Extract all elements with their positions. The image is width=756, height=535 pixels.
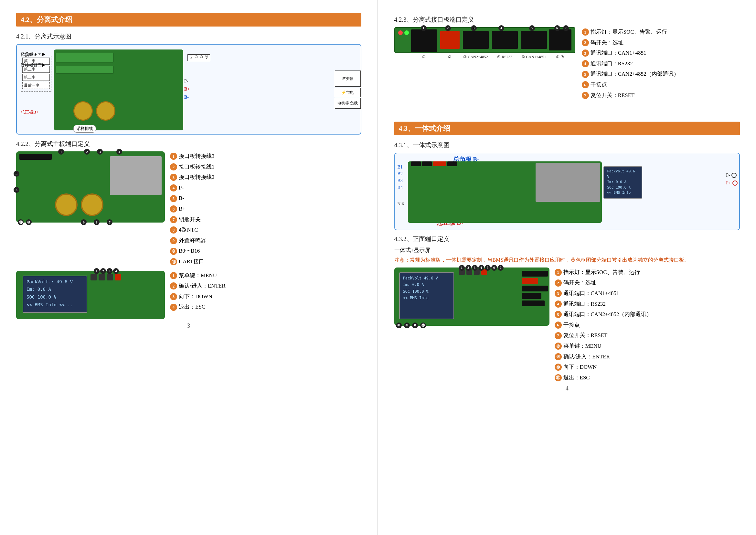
dot-3: 3 [97, 149, 103, 155]
coil-2 [96, 101, 115, 121]
sub423-content: ① ② ③ CAN2+4852 ④ RS232 ⑤ CAN1+4851 ⑥ ⑦ … [394, 27, 740, 101]
dot-1: 1 [58, 149, 64, 155]
led-red [398, 30, 403, 35]
dot-5: 5 [14, 171, 19, 177]
fconn-1 [522, 271, 548, 276]
fp-dot-9: ⑨ [404, 323, 410, 328]
btn-4-red[interactable] [115, 274, 121, 280]
sub431-title: 4.3.1、一体式示意图 [394, 141, 740, 150]
fp-dot-2: 2 [466, 265, 471, 271]
ann-item-1: 1接口板转接线3 [170, 152, 215, 161]
label-front-board: 转接板正面▶ [21, 52, 46, 58]
iface-dot-1: 1 [421, 25, 427, 31]
sub422-content: 1 2 3 4 5 6 7 8 9 ⑩ ⑪ 1接口板转接线3 2接口板转接线1 … [16, 152, 361, 268]
label-back-board: 转接板背面▶ [21, 62, 46, 68]
sub422-annotations: 1接口板转接线3 2接口板转接线1 3接口板转接线2 4P- 5B- 6B+ 7… [170, 152, 215, 268]
section-header-42-text: 4.2、分离式介绍 [21, 15, 72, 24]
disp-ann-4: 4退出：ESC [170, 302, 226, 312]
dot-11: ⑪ [18, 219, 24, 225]
fp-dot-5: 5 [485, 265, 491, 271]
fconn-2 [522, 278, 538, 284]
tc-4 [447, 161, 457, 166]
fp-dot-3: 3 [472, 265, 478, 271]
tc-1 [411, 161, 421, 166]
display-board-photo: PackVolt.: 49.6 V Im: 0.0 A SOC 100.0 % … [16, 271, 165, 319]
conn-6 [549, 29, 571, 50]
ann-item-2: 2接口板转接线1 [170, 162, 215, 172]
battery-row-last: 最后一串 [22, 82, 50, 89]
iface-label-1: ① [411, 55, 437, 60]
iface-label-6: ⑥ ⑦ [547, 55, 573, 60]
connector-top [19, 154, 52, 160]
lcd-line-3: SOC 100.0 % [26, 294, 83, 301]
display-section: PackVolt.: 49.6 V Im: 0.0 A SOC 100.0 % … [16, 271, 361, 319]
btn-3[interactable] [107, 274, 113, 280]
p-plus-circle [732, 181, 738, 186]
front-panel-wrapper: PackVolt 49.6 V Im: 0.0 A SOC 100.0 % <<… [394, 268, 550, 326]
fp-ann-5: 5通讯端口：CAN2+4852（内部通讯） [554, 310, 652, 320]
disp-dot-4: 4 [113, 268, 119, 274]
display-annotations: 1菜单键：MENU 2确认/进入：ENTER 3向下：DOWN 4退出：ESC [170, 271, 226, 313]
sub423-ann-4: 4通讯端口：RS232 [582, 59, 679, 69]
ann-item-6: 6B+ [170, 204, 215, 214]
pcb-photo-wrapper: 1 2 3 4 5 6 7 8 9 ⑩ ⑪ [16, 152, 165, 223]
coil-photo-2 [81, 193, 103, 216]
sub432-title: 4.3.2、正面端口定义 [394, 235, 740, 243]
front-lcd-l3: SOC 100.0 % [403, 288, 450, 295]
disp-dot-3: 3 [107, 268, 113, 274]
ann-item-5: 5B- [170, 193, 215, 204]
ann-item-7: 7钥匙开关 [170, 215, 215, 225]
coil-1 [73, 101, 93, 121]
b-row-b1: B1 [397, 165, 404, 170]
left-page: 4.2、分离式介绍 4.2.1、分离式示意图 总负极B- 第一串 第二串 第三串… [0, 0, 378, 535]
label-sampling: 采样排线 [73, 125, 96, 133]
iface-label-5: ⑤ CAN1+4851 [521, 55, 547, 60]
btn-1[interactable] [91, 274, 97, 280]
dot-6: 6 [14, 187, 19, 193]
section-header-42: 4.2、分离式介绍 [16, 13, 361, 27]
iface-dot-7: 7 [563, 25, 569, 31]
fp-ann-3: 3通讯端口：CAN1+4851 [554, 289, 652, 298]
integrated-pcb: PackVolt 49.6 V Im: 0.0 A SOC 100.0 % <<… [408, 161, 602, 223]
p-minus-term: P- [726, 173, 738, 178]
fp-ann-4: 4通讯端口：RS232 [554, 299, 652, 309]
fp-ann-6: 6干接点 [554, 320, 652, 330]
p-plus-term: P+ [726, 181, 738, 186]
dot-7: 7 [107, 219, 113, 225]
iface-label-4: ④ RS232 [492, 55, 518, 60]
fconn-5 [522, 300, 545, 306]
ann-item-11: ⑪UART接口 [170, 257, 215, 267]
b-row-b3: B3 [397, 178, 404, 183]
iface-label-2: ② [440, 55, 460, 60]
front-panel-photo: PackVolt 49.6 V Im: 0.0 A SOC 100.0 % <<… [394, 268, 550, 326]
conn-3 [463, 31, 489, 49]
ann-item-3: 3接口板转接线2 [170, 172, 215, 183]
right-boxes: 逆变器 ⚡ 市电 电机等 负载 [335, 70, 361, 109]
tc-2 [422, 161, 432, 166]
page-num-left: 3 [16, 323, 361, 329]
fp-dot-10: ⑩ [412, 323, 418, 328]
ann-item-9: 9外置蜂鸣器 [170, 236, 215, 246]
integrated-diagram: 总负极 B- 总正极 B+ B1 B2 B3 B4 B16 PackVol [394, 153, 740, 230]
b-row-b16: B16 [397, 202, 404, 206]
p-terminals: P- P+ [726, 173, 738, 186]
fp-dot-8: ⑧ [396, 323, 402, 328]
iface-label-3: ③ CAN2+4852 [463, 55, 489, 60]
btn-2[interactable] [98, 274, 105, 280]
p-minus-circle [731, 173, 737, 178]
pcb-mainboard-photo: 1 2 3 4 5 6 7 8 9 ⑩ ⑪ [16, 152, 165, 223]
box-motor: 电机等 负载 [335, 98, 361, 109]
fp-dot-6: 6 [491, 265, 497, 271]
iface-dot-5: 5 [529, 25, 535, 31]
fp-ann-8: ⑧菜单键：MENU [554, 341, 652, 351]
int-lcd-l1: PackVolt 49.6 V [607, 169, 638, 180]
sub423-ann-7: 7复位开关：RESET [582, 91, 679, 100]
fp-ann-9: ⑨确认/进入：ENTER [554, 352, 652, 362]
box-grid: ⚡ 市电 [335, 88, 361, 97]
conn-4 [492, 31, 518, 49]
disp-dot-2: 2 [100, 268, 106, 274]
fp-ann-2: 2码开关：选址 [554, 278, 652, 288]
iface-dot-4: 4 [499, 25, 504, 31]
b-row-b2: B2 [397, 171, 404, 177]
label-bminus-right: B- [184, 95, 189, 100]
